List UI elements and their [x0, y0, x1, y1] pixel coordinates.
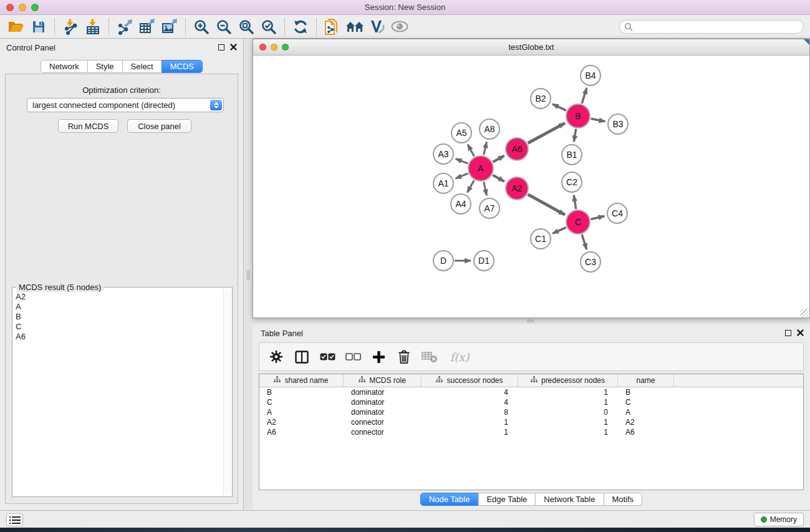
- tab-style[interactable]: Style: [87, 60, 123, 73]
- zoom-out-icon: [216, 19, 232, 35]
- import-table-button[interactable]: [82, 17, 104, 37]
- column-header-predecessor-nodes[interactable]: predecessor nodes: [518, 374, 618, 387]
- toolbar-separator: [316, 18, 317, 36]
- show-columns-button[interactable]: [293, 348, 311, 365]
- vertical-splitter-grip[interactable]: [246, 270, 250, 280]
- column-header-MCDS-role[interactable]: MCDS role: [344, 374, 422, 387]
- zoom-fit-button[interactable]: [235, 17, 258, 37]
- graph-node-B4[interactable]: B4: [580, 65, 601, 86]
- network-window-titlebar[interactable]: testGlobe.txt: [253, 39, 809, 56]
- table-cell: 1: [518, 398, 618, 407]
- refresh-view-button[interactable]: [289, 17, 312, 37]
- graph-node-A1[interactable]: A1: [433, 173, 454, 194]
- delete-column-button[interactable]: [395, 348, 413, 365]
- function-builder-button[interactable]: f(x): [446, 348, 473, 365]
- zoom-in-button[interactable]: [190, 17, 213, 37]
- float-table-panel-icon[interactable]: [785, 330, 791, 336]
- graph-node-C[interactable]: C: [566, 210, 591, 235]
- float-panel-icon[interactable]: [218, 44, 224, 51]
- graph-node-A7[interactable]: A7: [479, 198, 500, 219]
- column-header-successor-nodes[interactable]: successor nodes: [422, 374, 518, 387]
- column-header-shared-name[interactable]: shared name: [259, 374, 344, 387]
- table-row[interactable]: Cdominator41C: [259, 397, 803, 407]
- tab-mcds[interactable]: MCDS: [162, 60, 203, 73]
- column-header-name[interactable]: name: [618, 374, 674, 387]
- table-row[interactable]: A6connector11A6: [259, 427, 803, 437]
- table-header: shared nameMCDS rolesuccessor nodesprede…: [259, 374, 803, 387]
- table-cell: 1: [518, 428, 618, 437]
- graph-node-B2[interactable]: B2: [530, 88, 551, 109]
- graph-node-C3[interactable]: C3: [580, 251, 601, 273]
- zoom-selected-button[interactable]: [258, 17, 280, 37]
- graph-node-A8[interactable]: A8: [479, 118, 500, 140]
- export-network-button[interactable]: [113, 17, 136, 37]
- tab-select[interactable]: Select: [122, 60, 162, 73]
- graph-node-B1[interactable]: B1: [561, 144, 582, 165]
- graph-node-A4[interactable]: A4: [450, 193, 471, 215]
- open-session-button[interactable]: [5, 17, 27, 37]
- save-session-button[interactable]: [27, 17, 50, 37]
- vizmapper-button[interactable]: [366, 17, 388, 37]
- result-scrollbar[interactable]: [223, 288, 231, 496]
- search-box[interactable]: [619, 20, 804, 34]
- table-row[interactable]: A2connector11A2: [259, 417, 803, 427]
- table-row[interactable]: Bdominator41B: [259, 387, 803, 397]
- import-network-button[interactable]: [59, 17, 82, 37]
- edge-B-B4: [582, 88, 587, 104]
- mcds-result-item[interactable]: A6: [14, 332, 222, 342]
- graph-node-A[interactable]: A: [468, 155, 494, 181]
- home-button[interactable]: [344, 17, 366, 37]
- table-cell: B: [259, 388, 344, 397]
- tab-motifs[interactable]: Motifs: [603, 493, 642, 506]
- close-panel-button[interactable]: Close panel: [127, 119, 191, 133]
- graph-node-B[interactable]: B: [566, 104, 591, 128]
- graph-node-C4[interactable]: C4: [607, 203, 628, 224]
- select-all-button[interactable]: [319, 348, 336, 365]
- search-input[interactable]: [633, 21, 803, 32]
- open-session-file-button[interactable]: [321, 17, 344, 37]
- mcds-result-item[interactable]: C: [14, 322, 222, 332]
- graph-node-D[interactable]: D: [433, 250, 454, 271]
- control-panel-tabs: NetworkStyleSelectMCDS: [41, 60, 203, 73]
- memory-button[interactable]: Memory: [754, 513, 804, 526]
- table-cell: 1: [518, 418, 618, 427]
- zoom-out-button[interactable]: [213, 17, 235, 37]
- graph-node-D1[interactable]: D1: [473, 250, 494, 271]
- gear-icon: [269, 350, 283, 364]
- table-settings-button[interactable]: [268, 348, 285, 365]
- edge-A-A2: [493, 175, 504, 181]
- desktop-background: [0, 528, 810, 532]
- tab-network[interactable]: Network: [41, 60, 88, 73]
- mcds-result-item[interactable]: A: [14, 302, 222, 312]
- unselect-all-button[interactable]: [344, 348, 362, 365]
- graph-node-A6[interactable]: A6: [505, 137, 529, 161]
- graph-node-C1[interactable]: C1: [530, 228, 551, 249]
- tab-node-table[interactable]: Node Table: [420, 493, 479, 506]
- mcds-result-list[interactable]: A2ABCA6: [14, 292, 222, 495]
- graph-node-A2[interactable]: A2: [505, 177, 529, 200]
- graph-node-A3[interactable]: A3: [433, 143, 454, 165]
- graph-node-A5[interactable]: A5: [451, 122, 472, 143]
- run-mcds-button[interactable]: Run MCDS: [58, 119, 118, 133]
- tab-network-table[interactable]: Network Table: [535, 493, 604, 506]
- close-panel-icon[interactable]: [230, 44, 237, 51]
- task-history-button[interactable]: [6, 513, 23, 526]
- delete-table-button[interactable]: [421, 348, 438, 365]
- mcds-result-item[interactable]: B: [14, 312, 222, 322]
- hide-panels-button[interactable]: [388, 17, 411, 37]
- export-image-button[interactable]: [158, 17, 181, 37]
- graph-node-C2[interactable]: C2: [561, 172, 582, 193]
- graph-node-B3[interactable]: B3: [607, 114, 629, 135]
- optimization-criterion-select[interactable]: largest connected component (directed): [27, 98, 224, 112]
- table-row[interactable]: Adominator80A: [259, 407, 803, 417]
- mcds-result-item[interactable]: A2: [14, 292, 222, 302]
- tab-edge-table[interactable]: Edge Table: [478, 493, 536, 506]
- window-resize-grip[interactable]: [801, 309, 809, 317]
- add-column-button[interactable]: [370, 348, 387, 365]
- export-table-button[interactable]: [136, 17, 158, 37]
- table-panel: Table Panel f(x) shared n: [253, 324, 810, 510]
- horizontal-splitter-grip[interactable]: [527, 319, 534, 322]
- network-canvas[interactable]: B4B2BB3A5A8A6A3B1AA1C2A2A4A7C4CC1DD1C3: [253, 56, 809, 317]
- close-table-panel-icon[interactable]: [797, 329, 804, 336]
- table-cell: A2: [259, 418, 344, 427]
